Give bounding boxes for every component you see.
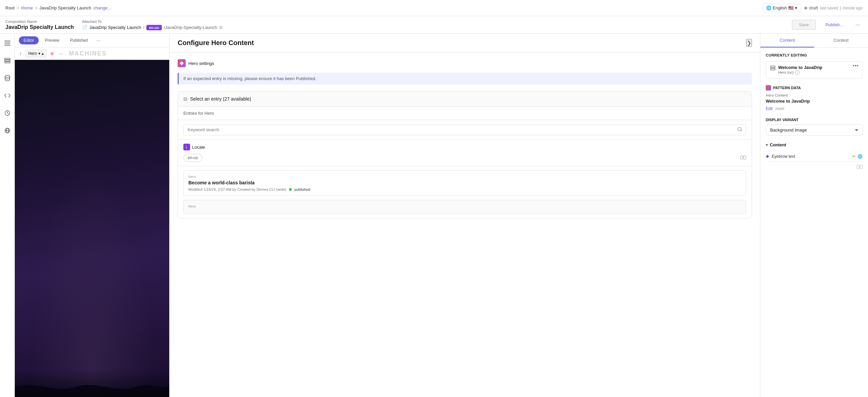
sidebar-globe-icon[interactable] <box>2 125 13 136</box>
pattern-data-heading: Pattern Data <box>773 86 801 90</box>
svg-rect-16 <box>770 68 775 70</box>
preview-toolbar: ↑ Hero ▾ ▴ ⊕ ··· MACHINES <box>15 48 169 60</box>
content-section: ▾ Content Eyebrow text ✏ 🌐 <box>766 142 863 170</box>
currently-editing-label: Currently Editing <box>766 53 863 57</box>
content-item-actions: ✏ 🌐 <box>852 154 863 159</box>
display-variant-select[interactable]: Background Image <box>766 124 863 135</box>
search-input[interactable] <box>183 124 746 135</box>
center-panel: Configure Hero Content ❯ Hero settings I… <box>169 34 760 397</box>
attached-section: Attached To 📄 JavaDrip Specialty Launch … <box>82 20 792 30</box>
sidebar-layers-icon[interactable] <box>2 55 13 66</box>
eyebrow-label: Eyebrow text <box>772 154 795 159</box>
top-bar-right: 🌐 English 🇺🇸 ▾ draft last saved 1 minute… <box>763 4 863 12</box>
locale-section: L Locale en-us <box>178 140 752 166</box>
component-selector[interactable]: Hero ▾ ▴ <box>25 50 47 58</box>
editing-details: Welcome to JavaDrip Hero (uc) i <box>778 65 822 75</box>
content-chevron-icon: ▾ <box>766 143 768 147</box>
doc-icon: 📄 <box>82 25 88 30</box>
entry-status-1: published <box>294 187 310 191</box>
publish-button[interactable]: Publish... <box>818 20 850 29</box>
hero-settings-header: Hero settings <box>178 59 752 67</box>
svg-rect-5 <box>5 62 10 63</box>
tab-more[interactable]: ··· <box>94 36 103 44</box>
breadcrumb-home[interactable]: Home <box>21 5 33 10</box>
entry-card-2[interactable]: hero <box>183 200 746 214</box>
toolbar-pin-button[interactable]: ⊕ <box>49 50 56 58</box>
composition-name: JavaDrip Specialty Launch <box>5 24 74 30</box>
tab-context[interactable]: Context <box>814 34 868 48</box>
entry-selector: ⊟ Select an entry (27 available) Entries… <box>178 91 752 218</box>
language-label: English <box>773 5 787 10</box>
globe-icon[interactable]: 🌐 <box>858 154 863 159</box>
pattern-edit-button[interactable]: Edit <box>766 106 773 111</box>
breadcrumb-sep2: > <box>35 5 38 10</box>
breadcrumb-change[interactable]: change... <box>93 5 111 10</box>
display-variant-label: Display Variant <box>766 118 863 122</box>
pattern-icon <box>766 85 771 91</box>
second-bar: Composition Name JavaDrip Specialty Laun… <box>0 16 868 34</box>
action-buttons: Save Publish... ··· <box>792 20 863 30</box>
locale-chip-enus[interactable]: en-us <box>183 154 202 162</box>
locale-icon: L <box>183 144 190 150</box>
svg-rect-2 <box>4 45 10 45</box>
display-variant-section: Display Variant Background Image <box>766 118 863 135</box>
tab-editor[interactable]: Editor <box>19 36 39 44</box>
pattern-data-section: Pattern Data Hero Content Welcome to Jav… <box>766 85 863 111</box>
sidebar-collapse-icon[interactable] <box>2 38 13 49</box>
toolbar-options-button[interactable]: ··· <box>58 50 64 58</box>
info-banner-text: If an expected entry is missing, please … <box>183 76 316 81</box>
last-saved-text: last saved 1 minute ago <box>820 6 863 10</box>
center-header: Configure Hero Content ❯ <box>169 34 760 53</box>
svg-rect-0 <box>4 41 10 41</box>
component-label: Hero <box>28 51 37 56</box>
preview-image <box>15 60 169 397</box>
sidebar-code-icon[interactable] <box>2 90 13 101</box>
machines-label: MACHINES <box>66 50 107 57</box>
draft-label: draft <box>809 5 818 10</box>
edit-icon[interactable]: ✏ <box>852 154 856 159</box>
editing-more-button[interactable] <box>853 65 858 66</box>
draft-status: draft last saved 1 minute ago <box>804 5 863 10</box>
editing-sub: Hero (uc) i <box>778 70 822 75</box>
tab-preview[interactable]: Preview <box>40 36 64 44</box>
entry-selector-header[interactable]: ⊟ Select an entry (27 available) <box>178 92 752 106</box>
entry-type-1: hero <box>188 175 741 179</box>
chevron-down-icon: ▾ <box>795 5 797 10</box>
breadcrumb-sep1: > <box>17 5 19 10</box>
top-bar: Root > Home > JavaDrip Specialty Launch … <box>0 0 868 16</box>
attached-path: 📄 JavaDrip Specialty Launch / en-us /Jav… <box>82 25 792 30</box>
attached-page-name: JavaDrip Specialty Launch <box>90 25 141 30</box>
info-icon[interactable]: i <box>795 70 800 75</box>
attached-slug: /JavaDrip-Specialty-Launch <box>164 25 217 30</box>
svg-rect-12 <box>741 156 743 159</box>
copy-icon[interactable]: ⧉ <box>219 25 222 30</box>
content-item-left: Eyebrow text <box>766 154 795 159</box>
tab-content[interactable]: Content <box>760 34 814 48</box>
svg-point-6 <box>5 75 10 78</box>
entry-name-1: Become a world-class barista <box>188 180 741 185</box>
breadcrumb-page: JavaDrip Specialty Launch <box>39 5 91 10</box>
content-label: Content <box>770 142 786 147</box>
globe-icon: 🌐 <box>766 5 771 10</box>
draft-dot <box>804 7 807 9</box>
composition-section: Composition Name JavaDrip Specialty Laun… <box>5 20 74 30</box>
center-chevron-button[interactable]: ❯ <box>746 39 752 47</box>
right-panel: Content Context Currently Editing Welcom… <box>760 34 868 397</box>
pattern-reset-button[interactable]: reset <box>775 106 784 111</box>
save-button[interactable]: Save <box>792 20 816 30</box>
preview-tabs: Editor Preview Published ··· <box>15 34 169 48</box>
sidebar-history-icon[interactable] <box>2 108 13 118</box>
language-selector[interactable]: 🌐 English 🇺🇸 ▾ <box>763 4 801 12</box>
sidebar-database-icon[interactable] <box>2 73 13 84</box>
more-button[interactable]: ··· <box>853 20 863 30</box>
content-section-header[interactable]: ▾ Content <box>766 142 863 147</box>
hero-settings-title: Hero settings <box>188 61 214 66</box>
editing-info: Welcome to JavaDrip Hero (uc) i <box>770 65 822 75</box>
currently-editing-card: Welcome to JavaDrip Hero (uc) i <box>766 61 863 79</box>
breadcrumb: Root > Home > JavaDrip Specialty Launch … <box>5 5 111 10</box>
hero-icon <box>178 59 186 67</box>
tab-published[interactable]: Published <box>65 36 93 44</box>
toolbar-back-button[interactable]: ↑ <box>18 50 23 58</box>
entry-card-1[interactable]: hero Become a world-class barista Modifi… <box>183 170 746 196</box>
right-body: Currently Editing Welcome to JavaDrip He… <box>760 48 868 397</box>
